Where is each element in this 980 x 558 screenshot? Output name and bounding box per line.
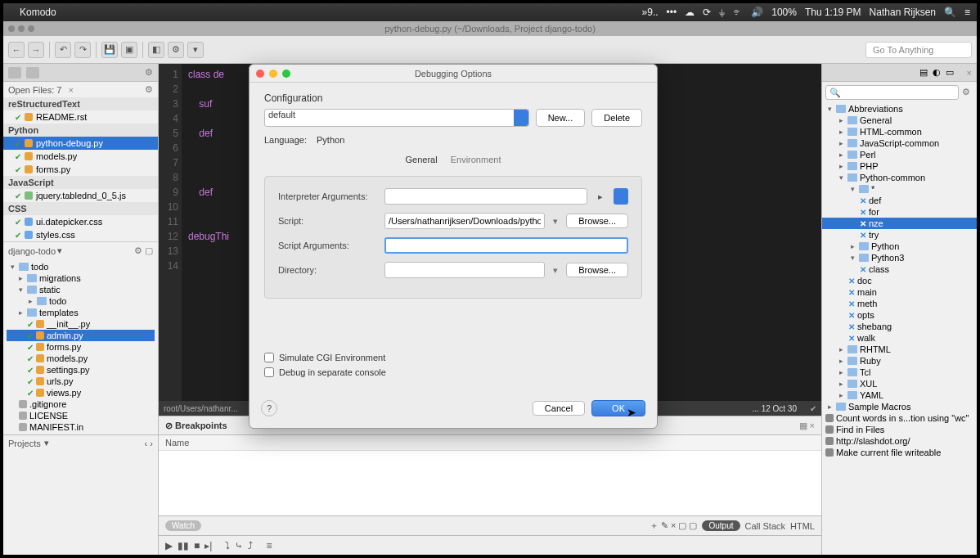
gear-icon[interactable]: ⚙ [145,84,153,95]
goto-anything-input[interactable]: Go To Anything [865,42,972,58]
refresh-icon[interactable]: ⟳ [703,7,711,18]
sidebar-gear-icon[interactable]: ⚙ [145,67,153,78]
project-tree-item[interactable]: .gitignore [7,398,155,410]
environment-tab[interactable]: Environment [451,155,501,164]
sidebar-tab[interactable] [26,67,39,79]
toolbox-tree-item[interactable]: Find in Files [822,424,977,435]
separate-console-checkbox[interactable] [264,367,274,377]
project-tree-item[interactable]: LICENSE [7,410,155,421]
toolbox-tree-item[interactable]: ▾Python-common [822,172,977,183]
open-file-item[interactable]: ✔ui.datepicker.css [3,215,158,228]
project-tree-item[interactable]: ▸templates [7,307,155,318]
step-over-button[interactable]: ⤵ [225,540,230,551]
toolbox-tree-item[interactable]: ▸Tcl [822,367,977,378]
wifi-icon[interactable]: ⏚ [719,7,725,18]
breakpoints-tab[interactable]: ⊘ Breakpoints [165,421,227,431]
project-tree-item[interactable]: ✔admin.py [7,330,155,341]
directory-input[interactable] [384,262,545,278]
menu-icon[interactable]: ≡ [964,7,970,18]
clock[interactable]: Thu 1:19 PM [805,7,861,18]
html-tab[interactable]: HTML [790,521,815,531]
wifi-icon[interactable]: ᯤ [733,7,743,18]
panel-icon[interactable]: ▭ [946,67,954,78]
project-tree-item[interactable]: ✔urls.py [7,376,155,387]
toolbox-tree-item[interactable]: ▸Ruby [822,355,977,367]
save-all-button[interactable]: ▣ [121,42,137,58]
script-args-input[interactable] [384,237,628,254]
panel-icon[interactable]: ▤ [919,67,928,78]
gear-icon[interactable]: ⚙ ▢ [134,245,153,256]
toolbox-tree-item[interactable]: ✕doc [822,275,977,286]
project-tree-item[interactable]: ✔forms.py [7,341,155,353]
toolbox-tree-item[interactable]: Make current file writeable [822,447,977,458]
step-into-button[interactable]: ⤷ [235,540,243,551]
toolbox-tree-item[interactable]: http://slashdot.org/ [822,435,977,447]
step-out-button[interactable]: ⤴ [248,540,253,551]
project-tree-item[interactable]: ▾static [7,284,155,295]
projects-footer[interactable]: Projects▾ ‹ › [3,434,158,451]
toolbox-tree-item[interactable]: ▸HTML-common [822,126,977,137]
toolbox-tree-item[interactable]: ▸Python [822,241,977,252]
script-input[interactable] [384,213,545,229]
open-file-item[interactable]: ✔jquery.tablednd_0_5.js [3,189,158,202]
user-name[interactable]: Nathan Rijksen [870,7,936,18]
project-tree-item[interactable]: ▾todo [7,261,155,272]
project-tree-item[interactable]: ✔settings.py [7,364,155,376]
panel-close-icon[interactable]: ▦ × [799,421,815,431]
tree-root[interactable]: ▾ Abbreviations [822,103,977,115]
gear-icon[interactable]: ⚙ [959,85,973,100]
toolbox-tree-item[interactable]: ▸Perl [822,149,977,160]
play-button[interactable]: ▶ [165,540,173,551]
simulate-cgi-checkbox[interactable] [264,353,274,362]
pause-button[interactable]: ▮▮ [178,540,189,551]
battery-pct[interactable]: 100% [771,7,797,18]
toolbox-tree-item[interactable]: ✕try [822,229,977,241]
open-file-item[interactable]: ✔models.py [3,150,158,163]
general-tab[interactable]: General [406,155,438,164]
toolbox-tree-item[interactable]: Count words in s...tion using "wc" [822,412,977,424]
toolbox-search-input[interactable] [825,85,959,100]
open-file-item[interactable]: ✔styles.css [3,228,158,241]
ok-button[interactable]: OK➤ [591,400,645,416]
toolbox-tree-item[interactable]: ▸PHP [822,160,977,172]
open-file-item[interactable]: ✔README.rst [3,110,158,124]
toolbar-button[interactable]: ⚙ [168,42,184,58]
toolbox-tree-item[interactable]: ✕def [822,195,977,206]
toolbox-tree-item[interactable]: ✕nze [822,218,977,229]
help-button[interactable]: ? [261,400,277,416]
toolbox-tree-item[interactable]: ▸YAML [822,389,977,401]
project-tree-item[interactable]: MANIFEST.in [7,421,155,433]
app-name[interactable]: Komodo [20,7,56,18]
script-browse-button[interactable]: Browse... [566,214,628,228]
toolbox-tree-item[interactable]: ✕meth [822,298,977,309]
toolbox-tree-item[interactable]: ▾Python3 [822,252,977,263]
close-icon[interactable]: × [967,68,972,78]
forward-button[interactable]: → [28,42,44,58]
panel-icon[interactable]: ◐ [933,67,941,78]
open-file-item[interactable]: ✔python-debug.py [3,137,158,150]
volume-icon[interactable]: 🔊 [751,7,763,18]
delete-button[interactable]: Delete [591,109,642,127]
project-tree-item[interactable]: ▸todo [7,295,155,307]
toolbox-tree-item[interactable]: ▸RHTML [822,344,977,355]
project-tree-item[interactable]: ✔views.py [7,387,155,398]
toolbox-tree-item[interactable]: ✕opts [822,309,977,321]
redo-button[interactable]: ↷ [74,42,91,58]
toolbar-button[interactable]: ≡ [266,540,272,551]
back-button[interactable]: ← [8,42,25,58]
configuration-select[interactable]: default [264,109,529,127]
undo-button[interactable]: ↶ [55,42,71,58]
toolbar-button[interactable]: ▾ [187,42,204,58]
cloud-icon[interactable]: ☁ [685,7,695,18]
watch-tab[interactable]: Watch [165,520,201,531]
project-tree-item[interactable]: ✔models.py [7,353,155,364]
window-controls[interactable] [256,70,290,78]
new-button[interactable]: New... [536,109,586,127]
menubar-icon[interactable]: ••• [667,7,677,18]
toolbox-tree-item[interactable]: ✕walk [822,332,977,344]
save-button[interactable]: 💾 [101,42,118,58]
cancel-button[interactable]: Cancel [533,401,585,416]
interp-args-input[interactable] [384,188,587,205]
toolbox-tree-item[interactable]: ▸General [822,115,977,126]
step-button[interactable]: ▸| [205,540,212,551]
